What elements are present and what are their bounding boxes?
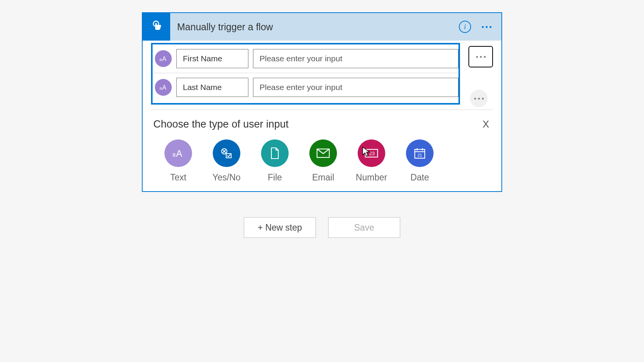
type-option-label: Email: [312, 172, 334, 183]
type-option-label: Number: [356, 172, 387, 183]
type-option-date[interactable]: 21 Date: [406, 139, 434, 183]
text-aa-icon: a A: [159, 83, 168, 92]
svg-text:23: 23: [369, 151, 375, 156]
flow-designer-canvas: Manually trigger a flow i a A: [0, 0, 644, 238]
input-value-field[interactable]: [253, 49, 458, 68]
info-icon[interactable]: i: [459, 21, 471, 33]
file-icon: [261, 139, 289, 167]
type-option-label: Date: [411, 172, 429, 183]
svg-text:A: A: [162, 56, 166, 62]
input-row-menu-button[interactable]: [468, 46, 493, 67]
type-option-file[interactable]: File: [261, 139, 289, 183]
svg-text:a: a: [159, 86, 162, 90]
yesno-icon: [213, 139, 240, 167]
type-option-label: Text: [170, 172, 186, 183]
text-icon: aA: [164, 139, 192, 167]
type-picker-title: Choose the type of user input: [153, 118, 289, 130]
touch-icon: [149, 19, 164, 34]
new-step-button[interactable]: + New step: [244, 217, 316, 238]
type-option-text[interactable]: aA Text: [164, 139, 192, 183]
trigger-title: Manually trigger a flow: [170, 21, 459, 33]
type-option-email[interactable]: Email: [309, 139, 337, 183]
close-type-picker-button[interactable]: X: [479, 117, 493, 132]
input-name-field[interactable]: [176, 78, 248, 97]
more-icon: [473, 96, 485, 101]
text-type-badge: a A: [155, 79, 172, 96]
trigger-header[interactable]: Manually trigger a flow i: [143, 13, 501, 41]
trigger-header-actions: i: [459, 21, 501, 33]
save-button[interactable]: Save: [328, 217, 400, 238]
input-row-first-name: a A: [153, 44, 458, 73]
inputs-highlight-box: a A a A: [151, 43, 460, 105]
input-name-field[interactable]: [176, 49, 248, 68]
svg-text:21: 21: [417, 153, 422, 157]
type-option-yesno[interactable]: Yes/No: [212, 139, 241, 183]
more-icon: [475, 54, 487, 59]
input-row-last-name: a A: [153, 73, 458, 102]
svg-text:A: A: [176, 148, 182, 159]
svg-text:a: a: [159, 57, 162, 62]
email-icon: [309, 139, 337, 167]
input-value-field[interactable]: [253, 78, 458, 97]
date-icon: 21: [406, 139, 434, 167]
type-options-row: aA Text Yes/No: [153, 139, 493, 183]
text-type-badge: a A: [155, 50, 172, 67]
input-type-picker: Choose the type of user input X aA Text: [143, 110, 501, 191]
svg-text:a: a: [172, 151, 176, 158]
input-actions-col: [466, 41, 501, 107]
svg-rect-10: [226, 154, 231, 158]
input-row-menu-button[interactable]: [470, 90, 488, 107]
type-option-number[interactable]: 23 Number: [357, 139, 386, 183]
trigger-card: Manually trigger a flow i a A: [142, 12, 502, 192]
type-option-label: File: [268, 172, 282, 183]
footer-buttons: + New step Save: [0, 217, 644, 238]
svg-text:A: A: [162, 84, 166, 91]
number-icon: 23: [358, 139, 385, 167]
text-aa-icon: a A: [159, 54, 168, 63]
type-option-label: Yes/No: [212, 172, 240, 183]
trigger-menu-button[interactable]: [480, 25, 493, 29]
trigger-icon: [143, 13, 170, 41]
